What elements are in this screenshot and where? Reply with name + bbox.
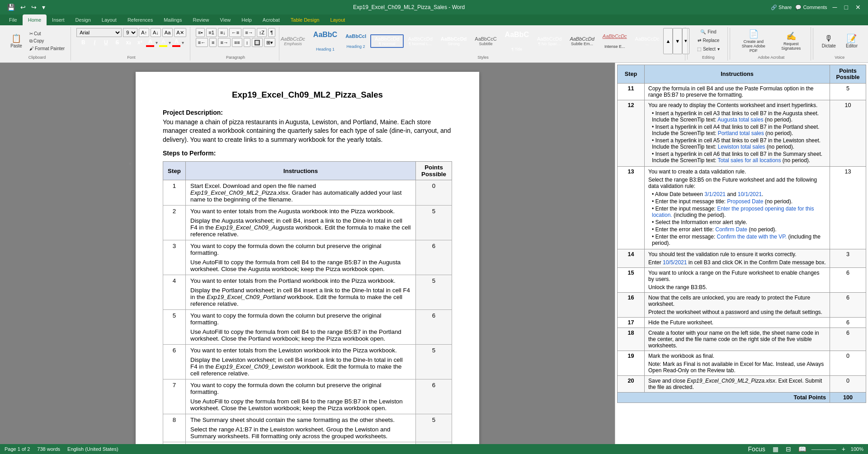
style-heading2[interactable]: AaBbCcIHeading 2 [341, 32, 370, 50]
borders-button[interactable]: ⊞▾ [264, 38, 275, 47]
select-button[interactable]: ⬚ Select ▾ [693, 45, 724, 53]
superscript-button[interactable]: x² [135, 38, 145, 47]
justify-button[interactable]: ≡≡ [232, 38, 242, 47]
sort-button[interactable]: ↕Z [257, 28, 267, 37]
customize-qa-button[interactable]: ▾ [40, 3, 47, 12]
bullets-button[interactable]: ≡• [196, 28, 205, 37]
tab-table-design[interactable]: Table Design [285, 14, 325, 25]
replace-button[interactable]: ⇄ Replace [693, 37, 724, 44]
styles-scroll-down[interactable]: ▼ [673, 28, 682, 54]
style-normal[interactable]: AaBbCcDd¶ Normal [370, 34, 404, 48]
instruction-text: Save and close Exp19_Excel_Ch09_ML2_Pizz… [645, 375, 830, 392]
format-painter-button[interactable]: 🖌 Format Painter [27, 45, 67, 52]
change-case-button[interactable]: Aa [162, 28, 173, 37]
style-intense-e[interactable]: AaBbCcDcIntense E... [599, 32, 631, 50]
tab-insert[interactable]: Insert [47, 14, 70, 25]
increase-indent-button[interactable]: ≡→ [243, 28, 255, 37]
editor-button[interactable]: 📝 Editor [843, 33, 861, 50]
clear-format-button[interactable]: A✕ [174, 28, 186, 37]
font-name-select[interactable]: Arial [76, 28, 122, 37]
align-right-button[interactable]: ≡→ [218, 38, 230, 47]
acrobat-group: 📄 Create and Share Adobe PDF ✍ Request S… [732, 27, 811, 61]
comments-button[interactable]: 💬 Comments [795, 5, 827, 10]
web-layout-button[interactable]: ⊟ [784, 445, 793, 454]
tab-references[interactable]: References [122, 14, 158, 25]
decrease-font-button[interactable]: A↓ [151, 28, 161, 37]
align-left-button[interactable]: ≡← [196, 38, 208, 47]
style-no-spacing[interactable]: AaBbCcDd¶ No Spac... [533, 35, 566, 47]
points-value: 5 [830, 83, 866, 100]
table-row: 4You want to enter totals from the Portl… [163, 275, 452, 310]
instruction-text: Mark the workbook as final.Note: Mark as… [645, 351, 830, 375]
multilevel-button[interactable]: ≡↓ [218, 28, 228, 37]
shading-button[interactable]: 🔲 [252, 38, 263, 47]
font-color2-button[interactable]: A [172, 38, 180, 47]
tab-layout[interactable]: Layout [96, 14, 122, 25]
font-color-button[interactable]: A [146, 38, 154, 47]
cut-button[interactable]: ✂ Cut [27, 30, 67, 37]
find-button[interactable]: 🔍 Find [696, 28, 720, 36]
total-row: Total Points100 [618, 392, 866, 403]
subscript-button[interactable]: x₂ [123, 38, 133, 47]
undo-qa-button[interactable]: ↩ [19, 3, 28, 12]
style-subtitle[interactable]: AaBbCcCSubtitle [471, 35, 500, 47]
style-normal-l[interactable]: AaBbCcDd¶ Normal L... [404, 35, 436, 47]
project-description-section: Project Description: You manage a chain … [163, 109, 452, 145]
zoom-in-button[interactable]: + [840, 445, 847, 454]
underline-button[interactable]: U [101, 38, 111, 47]
focus-button[interactable]: Focus [746, 445, 767, 454]
editing-content: 🔍 Find ⇄ Replace ⬚ Select ▾ [693, 28, 724, 54]
tab-design[interactable]: Design [70, 14, 96, 25]
step-number: 19 [618, 351, 645, 375]
word-count: 738 words [37, 446, 60, 452]
points-value: 5 [416, 414, 452, 442]
numbering-button[interactable]: ≡1 [206, 28, 217, 37]
italic-button[interactable]: I [90, 38, 99, 47]
tab-mailings[interactable]: Mailings [158, 14, 187, 25]
redo-qa-button[interactable]: ↪ [29, 3, 38, 12]
styles-scroll-up[interactable]: ▲ [663, 28, 673, 54]
step-number: 12 [618, 100, 645, 166]
show-formatting-button[interactable]: ¶ [268, 28, 275, 37]
request-signatures-button[interactable]: ✍ Request Signatures [775, 30, 807, 52]
table-row: 11Copy the formula in cell B4 and use th… [618, 83, 866, 100]
style-strong[interactable]: AaBbCcDdStrong [437, 35, 471, 47]
style-emphasis[interactable]: AaBbCcDcEmphasis [277, 35, 309, 47]
align-center-button[interactable]: ≡ [209, 38, 217, 47]
bold-button[interactable]: B [78, 38, 88, 47]
tab-file[interactable]: File [4, 14, 23, 25]
style-more[interactable]: AaBbCcDc... [631, 35, 664, 47]
save-qa-button[interactable]: 💾 [5, 3, 17, 12]
decrease-indent-button[interactable]: ←≡ [229, 28, 241, 37]
create-share-pdf-button[interactable]: 📄 Create and Share Adobe PDF [736, 28, 772, 54]
tab-help[interactable]: Help [236, 14, 257, 25]
style-title[interactable]: AaBbC¶ Title [501, 29, 533, 53]
instruction-text: Copy the formula in cell B4 and use the … [645, 83, 830, 100]
strikethrough-button[interactable]: S [112, 38, 122, 47]
style-subtle-em[interactable]: AaBbCcDdSubtle Em... [566, 35, 598, 47]
font-size-select[interactable]: 9 [123, 28, 137, 37]
instruction-text: Hide the Future worksheet. [645, 317, 830, 328]
maximize-button[interactable]: □ [843, 3, 850, 12]
share-button[interactable]: 🔗 Share [771, 5, 792, 10]
highlight-color-button[interactable]: A [159, 38, 167, 47]
ribbon-tabs: File Home Insert Design Layout Reference… [0, 14, 868, 25]
tab-review[interactable]: Review [188, 14, 215, 25]
minimize-button[interactable]: ─ [831, 3, 839, 12]
tab-table-layout[interactable]: Layout [325, 14, 350, 25]
paste-button[interactable]: 📋 Paste [7, 33, 25, 50]
print-layout-button[interactable]: ▦ [771, 445, 780, 454]
read-mode-button[interactable]: 📖 [797, 445, 808, 454]
tab-home[interactable]: Home [23, 14, 47, 25]
increase-font-button[interactable]: A↑ [139, 28, 149, 37]
style-heading1[interactable]: AaBbCHeading 1 [309, 29, 341, 53]
tab-view[interactable]: View [215, 14, 236, 25]
line-spacing-button[interactable]: ↕ [244, 38, 251, 47]
tab-acrobat[interactable]: Acrobat [257, 14, 285, 25]
styles-expand[interactable]: ▾ [682, 28, 689, 54]
add-handle[interactable]: + [128, 160, 132, 168]
total-points: 100 [830, 392, 866, 403]
copy-button[interactable]: ⧉ Copy [27, 37, 67, 45]
close-button[interactable]: ✕ [854, 3, 863, 12]
dictate-button[interactable]: 🎙 Dictate [819, 33, 839, 50]
